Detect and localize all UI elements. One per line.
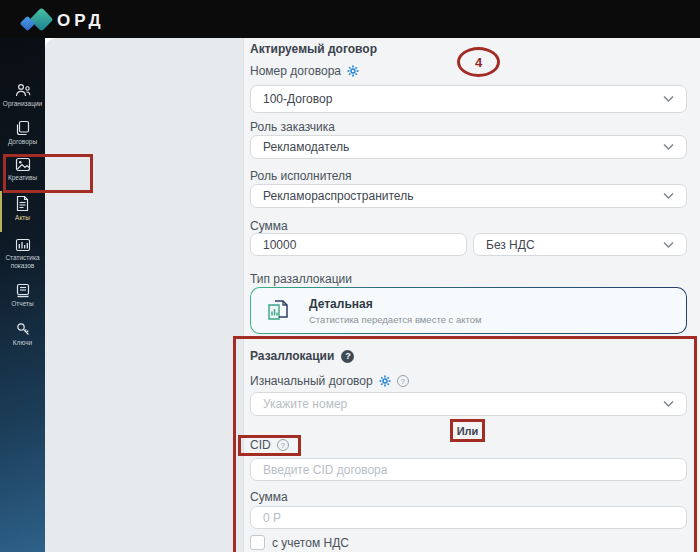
logo-diamond-teal-icon [29, 7, 53, 31]
cid-label: CID ? [250, 438, 289, 452]
card-subtitle: Статистика передается вместе с актом [309, 314, 482, 325]
sidebar-item-label: Ключи [0, 339, 45, 347]
realloc-type-label: Тип разаллокации [250, 272, 352, 286]
initial-contract-select[interactable]: Укажите номер [250, 392, 687, 416]
sidebar-item-reports[interactable]: Отчеты [0, 283, 45, 308]
detailed-stats-documents-icon [264, 297, 292, 325]
chevron-down-icon [663, 193, 674, 200]
executor-role-label: Роль исполнителя [250, 169, 352, 183]
sidebar-item-creatives[interactable]: Креативы [0, 157, 45, 182]
sidebar-item-label: Статистика [0, 254, 45, 262]
amount-input[interactable]: 10000 [250, 233, 467, 256]
contracts-icon [15, 120, 31, 136]
chevron-down-icon [663, 96, 674, 103]
sidebar-item-statistics[interactable]: Статистика показов [0, 238, 45, 269]
vat-included-checkbox[interactable] [250, 535, 265, 550]
reports-icon [15, 283, 31, 298]
stats-icon [15, 238, 31, 252]
help-filled-icon[interactable]: ? [341, 350, 354, 363]
help-outline-icon[interactable]: ? [397, 375, 409, 387]
ord-logo[interactable]: ОРД [13, 6, 133, 32]
creatives-icon [15, 157, 31, 172]
active-item-indicator [0, 191, 2, 232]
initial-contract-label: Изначальный договор ? [250, 374, 409, 388]
contract-number-select[interactable]: 100-Договор [250, 85, 687, 113]
cid-input[interactable]: Введите CID договора [250, 458, 687, 481]
sidebar-item-keys[interactable]: Ключи [0, 321, 45, 347]
executor-role-select[interactable]: Рекламораспространитель [250, 184, 687, 208]
card-title: Детальная [309, 297, 482, 311]
sidebar-item-contracts[interactable]: Договоры [0, 120, 45, 146]
contract-number-label: Номер договора [250, 64, 359, 78]
sidebar-nav: Организации Договоры Креативы [0, 38, 45, 552]
sidebar-item-label: показов [0, 262, 45, 270]
realloc-section-title: Разаллокации ? [250, 349, 354, 363]
gear-icon[interactable] [347, 65, 359, 77]
topbar: ОРД [0, 0, 700, 38]
sidebar-item-label: Отчеты [0, 300, 45, 308]
sidebar-item-label: Организации [0, 100, 45, 108]
customer-role-select[interactable]: Рекламодатель [250, 135, 687, 159]
help-outline-icon[interactable]: ? [277, 439, 289, 451]
sidebar-item-label: Акты [0, 214, 45, 222]
users-icon [15, 83, 31, 98]
section-title: Актируемый договор [250, 42, 377, 56]
sidebar-item-label: Договоры [0, 138, 45, 146]
vat-select[interactable]: Без НДС [473, 233, 687, 256]
chevron-down-icon [663, 401, 674, 408]
sidebar-item-organizations[interactable]: Организации [0, 83, 45, 108]
amount-label: Сумма [250, 219, 288, 233]
chevron-down-icon [663, 241, 674, 248]
sidebar-item-acts[interactable]: Акты [0, 195, 45, 222]
logo-text: ОРД [57, 11, 105, 31]
vat-included-label: с учетом НДС [272, 536, 349, 550]
acts-icon [15, 195, 30, 212]
chevron-down-icon [663, 144, 674, 151]
realloc-amount-label: Сумма [250, 490, 288, 504]
realloc-amount-input[interactable]: 0 Р [250, 506, 687, 529]
customer-role-label: Роль заказчика [250, 120, 335, 134]
ord-app-window: ОРД Организации Договоры [0, 0, 700, 552]
realloc-type-card-detailed[interactable]: Детальная Статистика передается вместе с… [250, 287, 687, 334]
sidebar-item-label: Креативы [0, 174, 45, 182]
keys-icon [15, 321, 31, 337]
gear-icon[interactable] [379, 375, 391, 387]
